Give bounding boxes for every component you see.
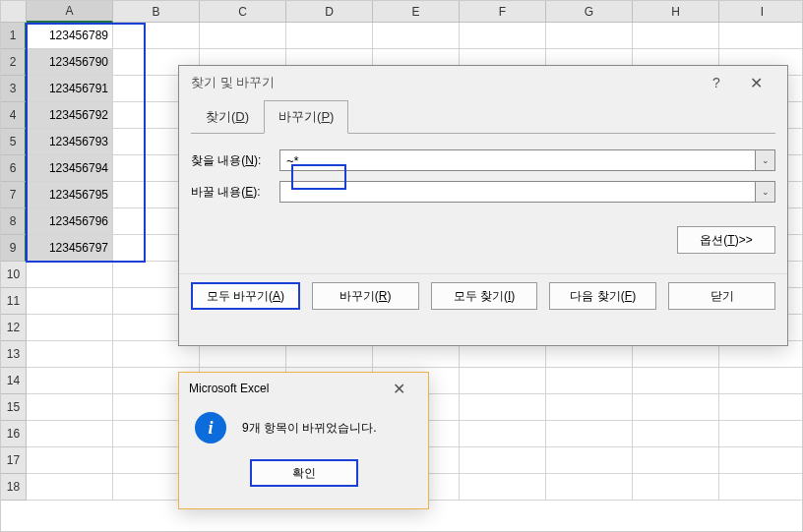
- ok-button[interactable]: 확인: [250, 459, 358, 487]
- column-header[interactable]: G: [546, 1, 633, 23]
- row-header[interactable]: 5: [1, 129, 27, 155]
- replace-input[interactable]: [279, 181, 756, 203]
- cell[interactable]: [460, 421, 546, 447]
- cell[interactable]: [27, 341, 113, 368]
- close-icon[interactable]: ✕: [736, 68, 775, 97]
- cell[interactable]: [27, 421, 113, 447]
- column-header[interactable]: C: [200, 1, 286, 23]
- find-dropdown[interactable]: ⌄: [756, 149, 775, 171]
- msgbox-text: 9개 항목이 바뀌었습니다.: [242, 420, 377, 437]
- tab-strip: 찾기(D) 바꾸기(P): [191, 99, 775, 134]
- cell[interactable]: [633, 23, 719, 49]
- info-icon: i: [195, 412, 226, 443]
- row-header[interactable]: 9: [1, 235, 27, 262]
- cell[interactable]: [27, 288, 113, 315]
- cell[interactable]: [460, 447, 546, 474]
- cell[interactable]: [460, 368, 546, 394]
- row-header[interactable]: 11: [1, 288, 27, 315]
- cell[interactable]: [633, 394, 719, 421]
- find-input[interactable]: [279, 149, 756, 171]
- cell[interactable]: [546, 421, 633, 447]
- row-header[interactable]: 6: [1, 155, 27, 182]
- cell[interactable]: [546, 23, 633, 49]
- replace-button[interactable]: 바꾸기(R): [312, 282, 419, 310]
- cell[interactable]: [719, 368, 803, 394]
- column-header[interactable]: I: [719, 1, 803, 23]
- find-all-button[interactable]: 모두 찾기(I): [431, 282, 538, 310]
- cell[interactable]: [546, 474, 633, 501]
- row-header[interactable]: 14: [1, 368, 27, 394]
- row-header[interactable]: 16: [1, 421, 27, 447]
- msgbox-titlebar: Microsoft Excel ✕: [179, 373, 428, 404]
- column-header[interactable]: H: [633, 1, 719, 23]
- dialog-title: 찾기 및 바꾸기: [191, 74, 275, 91]
- replace-dropdown[interactable]: ⌄: [756, 181, 775, 203]
- row-header[interactable]: 10: [1, 262, 27, 288]
- cell[interactable]: [27, 394, 113, 421]
- row-header[interactable]: 3: [1, 76, 27, 102]
- message-box: Microsoft Excel ✕ i 9개 항목이 바뀌었습니다. 확인: [178, 372, 429, 509]
- cell[interactable]: [27, 262, 113, 288]
- find-replace-dialog: 찾기 및 바꾸기 ? ✕ 찾기(D) 바꾸기(P) 찾을 내용(N): ⌄ 바꿀…: [178, 65, 788, 346]
- cell[interactable]: [27, 368, 113, 394]
- cell[interactable]: [633, 368, 719, 394]
- cell[interactable]: [719, 474, 803, 501]
- cell[interactable]: 123456793: [27, 129, 113, 155]
- dialog-titlebar: 찾기 및 바꾸기 ? ✕: [179, 66, 787, 99]
- cell[interactable]: 123456795: [27, 182, 113, 208]
- column-header[interactable]: E: [373, 1, 460, 23]
- cell[interactable]: 123456791: [27, 76, 113, 102]
- cell[interactable]: 123456792: [27, 102, 113, 129]
- replace-all-button[interactable]: 모두 바꾸기(A): [191, 282, 300, 310]
- cell[interactable]: [719, 447, 803, 474]
- cell[interactable]: [286, 23, 373, 49]
- find-label: 찾을 내용(N):: [191, 152, 279, 169]
- options-button[interactable]: 옵션(T) >>: [677, 226, 775, 254]
- cell[interactable]: [719, 394, 803, 421]
- cell[interactable]: 123456797: [27, 235, 113, 262]
- help-button[interactable]: ?: [697, 68, 736, 97]
- cell[interactable]: [27, 474, 113, 501]
- row-header[interactable]: 4: [1, 102, 27, 129]
- cell[interactable]: [633, 447, 719, 474]
- row-header[interactable]: 13: [1, 341, 27, 368]
- row-header[interactable]: 7: [1, 182, 27, 208]
- cell[interactable]: [460, 474, 546, 501]
- close-button[interactable]: 닫기: [668, 282, 775, 310]
- replace-label: 바꿀 내용(E):: [191, 184, 279, 201]
- cell[interactable]: [113, 23, 200, 49]
- column-header[interactable]: B: [113, 1, 200, 23]
- row-header[interactable]: 17: [1, 447, 27, 474]
- row-header[interactable]: 15: [1, 394, 27, 421]
- cell[interactable]: [373, 23, 460, 49]
- column-header[interactable]: A: [27, 1, 113, 23]
- cell[interactable]: [546, 447, 633, 474]
- tab-replace[interactable]: 바꾸기(P): [264, 100, 348, 134]
- cell[interactable]: [546, 394, 633, 421]
- cell[interactable]: [546, 368, 633, 394]
- cell[interactable]: 123456794: [27, 155, 113, 182]
- row-header[interactable]: 8: [1, 208, 27, 235]
- row-header[interactable]: 2: [1, 49, 27, 76]
- row-header[interactable]: 18: [1, 474, 27, 501]
- find-next-button[interactable]: 다음 찾기(F): [549, 282, 656, 310]
- row-header[interactable]: 12: [1, 315, 27, 341]
- cell[interactable]: [460, 23, 546, 49]
- cell[interactable]: [27, 315, 113, 341]
- cell[interactable]: 123456789: [27, 23, 113, 49]
- column-header[interactable]: F: [460, 1, 546, 23]
- cell[interactable]: 123456796: [27, 208, 113, 235]
- cell[interactable]: [633, 474, 719, 501]
- row-header[interactable]: 1: [1, 23, 27, 49]
- cell[interactable]: [27, 447, 113, 474]
- cell[interactable]: [200, 23, 286, 49]
- cell[interactable]: [633, 421, 719, 447]
- cell[interactable]: [719, 23, 803, 49]
- column-header[interactable]: D: [286, 1, 373, 23]
- tab-find[interactable]: 찾기(D): [191, 100, 264, 134]
- cell[interactable]: [460, 394, 546, 421]
- cell[interactable]: 123456790: [27, 49, 113, 76]
- cell[interactable]: [719, 421, 803, 447]
- select-all-corner[interactable]: [1, 1, 27, 23]
- msgbox-close-icon[interactable]: ✕: [379, 374, 418, 403]
